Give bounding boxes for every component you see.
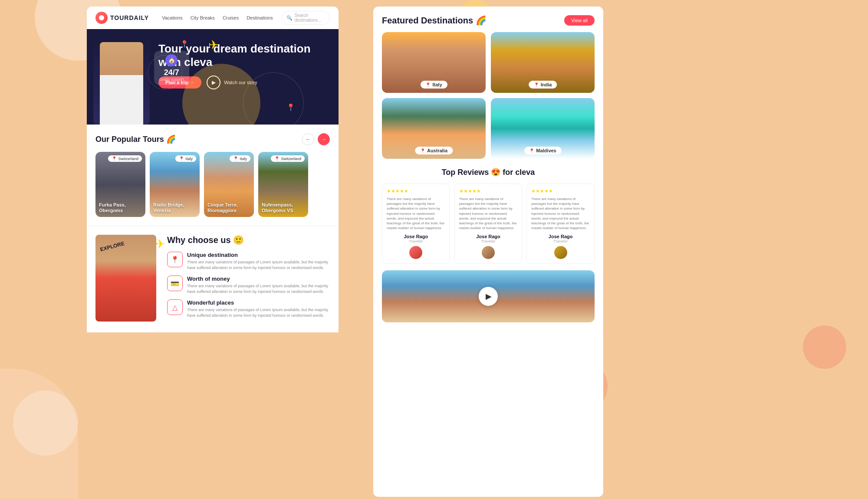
hero-section: 📍 📍 ✈ 🏠 24/7 Guide support Tour your dre… [87, 29, 339, 125]
nav-links: Vacations City Breaks Cruises Destinatio… [162, 15, 273, 20]
why-item-2-content: Worth of money There are many variations… [187, 276, 330, 294]
destination-card-india[interactable]: 📍 India [491, 32, 595, 93]
nav-city-breaks[interactable]: City Breaks [191, 15, 215, 20]
logo-icon: ◉ [95, 12, 108, 24]
destination-label-maldives: 📍 Maldives [524, 147, 561, 154]
why-item-2: 💳 Worth of money There are many variatio… [167, 276, 330, 294]
tour-prev-arrow[interactable]: ← [302, 133, 314, 145]
popular-tours-title: Our Popular Tours 🌈 [95, 135, 176, 144]
hero-plane-icon: ✈ [208, 38, 218, 52]
hero-badge-icon: 🏠 [165, 54, 178, 66]
popular-tours-header: Our Popular Tours 🌈 ← → [95, 133, 330, 145]
dest-dot-italy: 📍 [425, 82, 431, 87]
tour-location-dot-3: 📍 [233, 156, 238, 161]
nav-cruises[interactable]: Cruises [223, 15, 239, 20]
destination-card-italy[interactable]: 📍 Italy [382, 32, 486, 93]
dest-dot-australia: 📍 [420, 148, 425, 153]
review-1-text: There are many variations of passages bu… [387, 197, 445, 230]
hero-pin-2: 📍 [286, 103, 295, 112]
tour-card-4-location: 📍 Switzerland [271, 155, 305, 162]
worth-of-money-icon: 💳 [167, 276, 183, 291]
logo-text: TOURDAILY [110, 14, 149, 21]
reviewer-2-avatar [482, 246, 495, 259]
reviews-title: Top Reviews 😍 for cleva [382, 167, 595, 177]
reviewer-1-avatar [409, 246, 422, 259]
review-3-stars: ★★★★★ [531, 188, 590, 194]
review-2-stars: ★★★★★ [459, 188, 518, 194]
bg-decoration-large-circle [803, 325, 846, 369]
featured-destinations-header: Featured Destinations 🌈 View all [382, 15, 595, 26]
view-all-button[interactable]: View all [564, 15, 595, 26]
why-item-2-title: Worth of money [187, 276, 330, 282]
left-panel: ◉ TOURDAILY Vacations City Breaks Cruise… [87, 7, 339, 497]
tour-card-1-location: 📍 Switzerland [108, 155, 142, 162]
tour-location-dot-1: 📍 [112, 156, 117, 161]
reviewer-1-name: Jose Rago [387, 234, 445, 239]
reviews-grid: ★★★★★ There are many variations of passa… [382, 184, 595, 264]
why-item-3-desc: There are many variations of passages of… [187, 307, 330, 318]
tour-card-3[interactable]: 📍 Italy Cinque Terre, Riomaggiore [204, 152, 254, 217]
reviewer-3-avatar [554, 246, 567, 259]
tour-next-arrow[interactable]: → [318, 133, 330, 145]
tour-card-2-location: 📍 Italy [175, 155, 196, 162]
destinations-grid: 📍 Italy 📍 India 📍 Australia 📍 Ma [382, 32, 595, 159]
tour-location-dot-2: 📍 [179, 156, 184, 161]
tour-card-3-name: Cinque Terre, Riomaggiore [207, 202, 254, 213]
search-bar[interactable]: 🔍 Search destinations... [282, 11, 330, 25]
review-3-text: There are many variations of passages bu… [531, 197, 590, 230]
review-2-text: There are many variations of passages bu… [459, 197, 518, 230]
why-item-1-content: Unique destination There are many variat… [187, 252, 330, 270]
dest-dot-india: 📍 [534, 82, 539, 87]
why-item-3: △ Wonderful places There are many variat… [167, 299, 330, 318]
dest-dot-maldives: 📍 [529, 148, 534, 153]
hero-pin-1: 📍 [180, 40, 189, 48]
destination-label-italy: 📍 Italy [420, 81, 447, 89]
bg-decoration-wave [0, 369, 78, 499]
reviewer-3-role: Traveler [531, 239, 590, 243]
why-person-area: ✈ EXPLORE [95, 235, 161, 324]
review-1-stars: ★★★★★ [387, 188, 445, 194]
video-section[interactable] [382, 270, 595, 322]
tour-card-4[interactable]: 📍 Switzerland Nufenenpass, Obergoms VS [258, 152, 308, 217]
reviewer-3-name: Jose Rago [531, 234, 590, 239]
reviewer-1-role: Traveler [387, 239, 445, 243]
explore-tag: EXPLORE [99, 240, 125, 253]
why-person-image: EXPLORE [95, 235, 156, 322]
review-card-1: ★★★★★ There are many variations of passa… [382, 184, 450, 264]
tour-card-1[interactable]: 📍 Switzerland Furka Pass, Obergoms [95, 152, 145, 217]
tours-grid: 📍 Switzerland Furka Pass, Obergoms 📍 Ita… [95, 152, 330, 217]
featured-title: Featured Destinations 🌈 [382, 15, 487, 26]
tour-card-3-location: 📍 Italy [230, 155, 250, 162]
review-card-2: ★★★★★ There are many variations of passa… [454, 184, 523, 264]
why-item-3-title: Wonderful places [187, 299, 330, 306]
navbar: ◉ TOURDAILY Vacations City Breaks Cruise… [87, 7, 339, 29]
video-play-button[interactable] [479, 287, 498, 306]
why-plane-decoration: ✈ [155, 237, 165, 251]
why-item-1-desc: There are many variations of passages of… [187, 259, 330, 270]
tour-card-4-name: Nufenenpass, Obergoms VS [262, 202, 308, 213]
search-icon: 🔍 [286, 15, 293, 21]
unique-destination-icon: 📍 [167, 252, 183, 267]
destination-card-australia[interactable]: 📍 Australia [382, 98, 486, 159]
tour-card-1-name: Furka Pass, Obergoms [99, 202, 145, 213]
reviewer-2-role: Traveler [459, 239, 518, 243]
why-item-1: 📍 Unique destination There are many vari… [167, 252, 330, 270]
nav-destinations[interactable]: Destinations [247, 15, 273, 20]
why-item-3-content: Wonderful places There are many variatio… [187, 299, 330, 318]
hero-badge-number: 24/7 [159, 68, 184, 77]
why-item-1-title: Unique destination [187, 252, 330, 258]
hero-support-badge: 🏠 24/7 Guide support [154, 51, 189, 85]
search-placeholder: Search destinations... [295, 13, 325, 23]
destination-label-australia: 📍 Australia [415, 147, 453, 154]
why-choose-section: ✈ EXPLORE Why choose us 🙂 📍 Unique desti… [87, 226, 339, 332]
destination-card-maldives[interactable]: 📍 Maldives [491, 98, 595, 159]
logo[interactable]: ◉ TOURDAILY [95, 12, 149, 24]
right-panel: Featured Destinations 🌈 View all 📍 Italy… [373, 7, 603, 497]
nav-vacations[interactable]: Vacations [162, 15, 183, 20]
tour-nav-arrows: ← → [302, 133, 330, 145]
why-item-2-desc: There are many variations of passages of… [187, 283, 330, 294]
tour-card-2[interactable]: 📍 Italy Rialto Bridge, Venezia [150, 152, 200, 217]
popular-tours-section: Our Popular Tours 🌈 ← → 📍 Switzerland Fu… [87, 125, 339, 226]
tour-location-dot-4: 📍 [274, 156, 279, 161]
hero-person-image [93, 38, 150, 125]
